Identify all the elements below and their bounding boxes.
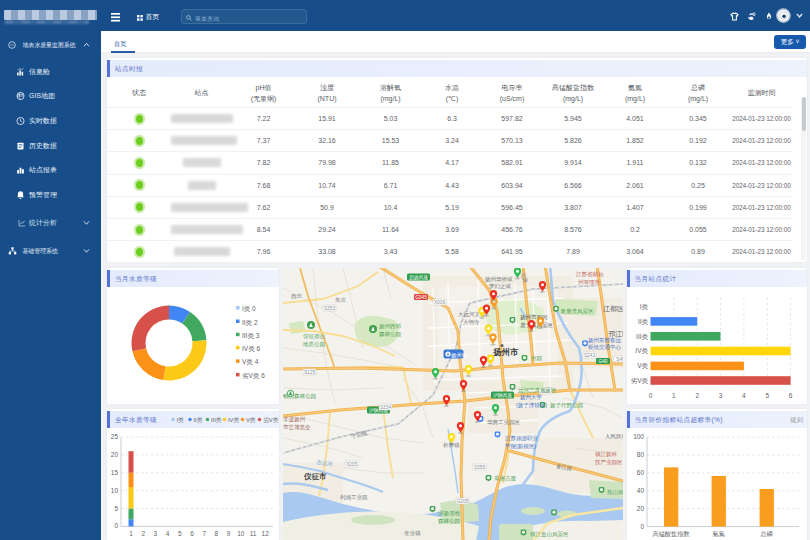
svg-text:镇江新科: 镇江新科 (595, 451, 618, 458)
svg-text:80: 80 (636, 451, 644, 458)
svg-text:60: 60 (636, 469, 644, 476)
svg-text:扬州大学: 扬州大学 (520, 394, 543, 401)
svg-text:西庄: 西庄 (291, 293, 303, 300)
svg-text:100: 100 (633, 433, 644, 440)
svg-text:III类: III类 (636, 333, 648, 340)
svg-text:森林公园: 森林公园 (379, 330, 401, 337)
svg-text:4: 4 (742, 392, 746, 399)
svg-text:地质公园: 地质公园 (302, 340, 325, 347)
svg-text:铜山森林公园: 铜山森林公园 (283, 393, 316, 400)
svg-text:高锰酸盐指数: 高锰酸盐指数 (652, 530, 689, 538)
svg-text:4: 4 (166, 530, 170, 537)
svg-text:3: 3 (718, 392, 722, 399)
svg-text:邗江区: 邗江区 (608, 330, 623, 338)
svg-text:利涵工业园: 利涵工业园 (340, 494, 368, 501)
svg-text:9: 9 (227, 530, 231, 537)
svg-text:5: 5 (114, 505, 118, 512)
svg-text:20: 20 (111, 451, 119, 458)
svg-text:华腾工业园区: 华腾工业园区 (487, 419, 521, 426)
svg-text:I类: I类 (639, 303, 648, 310)
svg-text:启扬高速: 启扬高速 (408, 274, 427, 281)
svg-text:扬子圩野公园: 扬子圩野公园 (550, 402, 583, 409)
svg-text:枢纽交通中心: 枢纽交通中心 (588, 343, 622, 350)
svg-text:7: 7 (202, 530, 206, 537)
svg-text:G40: G40 (598, 359, 607, 364)
svg-text:江苏省邮仙: 江苏省邮仙 (576, 271, 604, 278)
svg-text:3: 3 (154, 530, 158, 537)
svg-text:10: 10 (237, 530, 245, 537)
svg-text:劣V类: 劣V类 (630, 377, 648, 385)
svg-text:S243: S243 (583, 353, 595, 358)
svg-text:沪陕高速: 沪陕高速 (492, 392, 511, 398)
svg-text:X205: X205 (345, 462, 357, 467)
svg-text:20: 20 (636, 505, 644, 512)
svg-text:运河三湾风景区: 运河三湾风景区 (518, 386, 557, 393)
svg-text:G205: G205 (456, 499, 468, 504)
svg-text:总磷: 总磷 (759, 530, 772, 537)
svg-text:V类 4: V类 4 (242, 358, 259, 365)
svg-text:1: 1 (672, 392, 676, 399)
svg-text:5: 5 (178, 530, 182, 537)
svg-text:技产业园区: 技产业园区 (595, 458, 623, 465)
svg-text:I类 0: I类 0 (242, 305, 256, 312)
svg-text:1: 1 (129, 530, 133, 537)
svg-text:润扬湿地: 润扬湿地 (438, 510, 461, 517)
svg-text:25: 25 (111, 433, 119, 440)
svg-text:扬州站: 扬州站 (451, 352, 468, 359)
svg-text:何园: 何园 (531, 355, 542, 362)
svg-text:朱庄: 朱庄 (335, 297, 347, 303)
svg-text:镇江金山风景区: 镇江金山风景区 (530, 531, 569, 538)
svg-text:江苏旅游职业: 江苏旅游职业 (505, 435, 539, 442)
svg-text:扬州东部客运: 扬州东部客运 (588, 336, 622, 343)
svg-text:15: 15 (111, 469, 119, 476)
svg-text:0: 0 (114, 522, 118, 529)
svg-text:唐子城风景区: 唐子城风景区 (520, 321, 554, 328)
svg-text:市艺博览会: 市艺博览会 (283, 423, 311, 430)
svg-text:6: 6 (788, 392, 792, 399)
svg-text:S334: S334 (379, 405, 391, 410)
svg-text:0: 0 (640, 523, 644, 530)
svg-text:5: 5 (765, 392, 769, 399)
svg-text:S49: S49 (616, 357, 623, 362)
svg-text:非遗扬州: 非遗扬州 (283, 416, 306, 423)
svg-text:仪征市: 仪征市 (303, 472, 327, 481)
svg-text:州管理所: 州管理所 (578, 278, 601, 285)
svg-text:扬州市: 扬州市 (492, 347, 519, 357)
svg-text:学院(新校区): 学院(新校区) (505, 442, 536, 449)
svg-text:40: 40 (636, 487, 644, 494)
svg-text:X006: X006 (433, 300, 445, 305)
svg-text:焦山风景区: 焦山风景区 (607, 489, 623, 495)
svg-text:瓜洲古渡: 瓜洲古渡 (494, 475, 517, 482)
svg-text:劣V类 6: 劣V类 6 (242, 372, 265, 380)
svg-text:S125: S125 (303, 370, 315, 375)
svg-text:大明寺: 大明寺 (463, 318, 480, 324)
svg-text:8: 8 (215, 530, 219, 537)
svg-text:II类 2: II类 2 (242, 319, 258, 326)
svg-text:6: 6 (190, 530, 194, 537)
svg-text:人民政府: 人民政府 (605, 433, 623, 439)
svg-text:IV类 6: IV类 6 (242, 345, 260, 352)
svg-text:II类: II类 (637, 318, 648, 325)
svg-text:江都区: 江都区 (603, 305, 623, 313)
svg-text:0: 0 (648, 392, 652, 399)
svg-text:12: 12 (262, 530, 270, 537)
svg-text:S356: S356 (473, 465, 485, 470)
svg-text:(扬子津校区): (扬子津校区) (516, 401, 547, 408)
svg-text:仪征捺山: 仪征捺山 (303, 333, 325, 340)
svg-text:11: 11 (250, 530, 257, 537)
svg-text:扬州西郊: 扬州西郊 (379, 323, 402, 330)
svg-text:S353: S353 (323, 306, 335, 311)
svg-text:森林公园: 森林公园 (438, 517, 460, 524)
svg-text:2: 2 (141, 530, 145, 537)
svg-text:10: 10 (111, 487, 119, 494)
svg-text:氨氮: 氨氮 (712, 530, 724, 537)
svg-text:G345: G345 (415, 295, 427, 300)
svg-text:世业镇: 世业镇 (404, 530, 421, 536)
svg-text:扬州华侨城: 扬州华侨城 (485, 275, 513, 282)
svg-text:黄泉湾风景区: 黄泉湾风景区 (560, 308, 594, 315)
svg-text:V类: V类 (637, 362, 648, 369)
svg-text:IV类: IV类 (635, 347, 648, 354)
svg-text:梦幻之城: 梦幻之城 (489, 283, 512, 290)
svg-text:2: 2 (695, 392, 699, 399)
svg-text:III类 3: III类 3 (242, 332, 260, 339)
